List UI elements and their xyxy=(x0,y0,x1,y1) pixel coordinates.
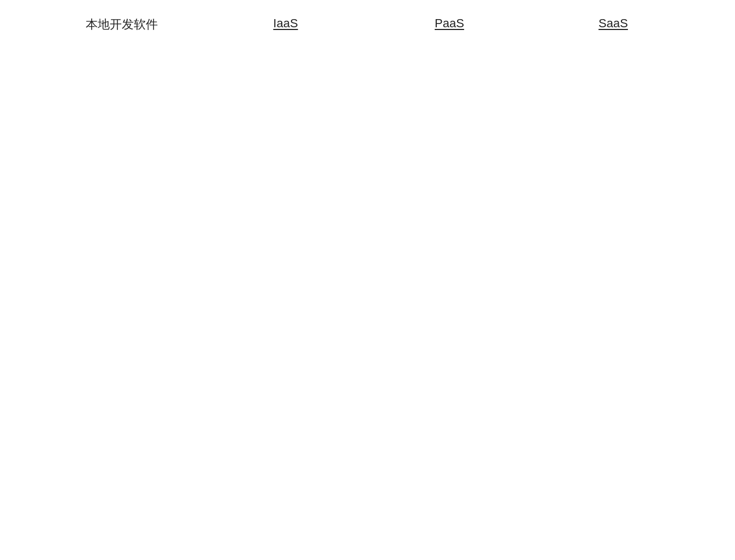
column-headers: 本地开发软件IaaSPaaSSaaS xyxy=(40,16,695,33)
column-header-2: PaaS xyxy=(367,16,531,33)
column-header-0: 本地开发软件 xyxy=(40,16,204,33)
main-container: 本地开发软件IaaSPaaSSaaS xyxy=(40,16,695,59)
column-header-1: IaaS xyxy=(204,16,367,33)
column-header-3: SaaS xyxy=(531,16,695,33)
